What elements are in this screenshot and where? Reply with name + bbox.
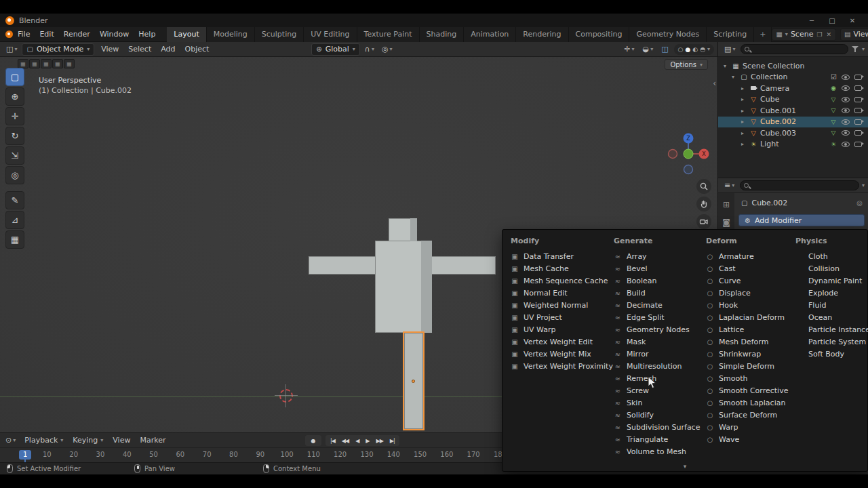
viewport-menu-item[interactable]: View [96, 42, 123, 57]
modifier-menu-item[interactable]: Cast [701, 262, 790, 274]
expander-icon[interactable]: ▸ [741, 119, 749, 125]
modifier-menu-item[interactable]: Displace [701, 287, 790, 299]
modifier-menu-item[interactable]: Mesh Sequence Cache [505, 274, 608, 287]
modifier-menu-item[interactable]: Fluid [790, 299, 868, 311]
hide-in-viewport-toggle[interactable] [842, 75, 850, 80]
modifier-menu-item[interactable]: Mirror [608, 348, 701, 360]
modifier-menu-item[interactable]: Triangulate [608, 433, 701, 445]
add-workspace-button[interactable]: + [754, 27, 772, 42]
hide-in-viewport-toggle[interactable] [842, 130, 850, 136]
pan-hand-button[interactable] [696, 197, 711, 211]
xray-toggle[interactable]: ◫ [658, 43, 671, 56]
unlink-scene-button[interactable]: ✕ [826, 31, 833, 38]
expander-icon[interactable]: ▾ [724, 63, 731, 69]
mode-dropdown[interactable]: ▢ Object Mode ▾ [22, 43, 94, 56]
outliner-row[interactable]: ▸ Cube ▽ ☑ [718, 94, 868, 106]
modifier-menu-item[interactable]: Armature [701, 250, 790, 262]
modifier-menu-item[interactable]: Dynamic Paint [790, 274, 868, 287]
outliner-row[interactable]: ▸ Cube.001 ▽ ☑ [718, 105, 868, 117]
workspace-tab[interactable]: Compositing [569, 27, 630, 42]
viewport-preset-button[interactable] [18, 59, 28, 68]
overlays-toggle[interactable]: ◒▾ [640, 43, 656, 56]
modifier-menu-item[interactable]: Data Transfer [505, 250, 608, 262]
workspace-tab[interactable]: Animation [464, 27, 516, 42]
scene-object-head[interactable] [389, 218, 411, 241]
viewport-preset-button[interactable] [29, 59, 40, 68]
modifier-menu-item[interactable]: Smooth Corrective [701, 384, 790, 396]
modifier-menu-item[interactable]: Smooth Laplacian [701, 396, 790, 409]
modifier-menu-item[interactable]: UV Warp [505, 323, 608, 336]
modifier-menu-item[interactable]: Normal Edit [505, 287, 608, 299]
shading-solid-button[interactable]: ● [685, 46, 690, 53]
expander-icon[interactable]: ▸ [741, 85, 749, 92]
timeline-menu-item[interactable]: View ▾ [108, 433, 135, 448]
menubar-item[interactable]: Help [134, 27, 160, 42]
toolbar-tool-button[interactable]: ↻ [5, 127, 24, 145]
properties-tab[interactable]: ⊞ [718, 196, 734, 214]
outliner-row[interactable]: ▸ Camera ◉ ☑ [718, 83, 868, 94]
workspace-tab[interactable]: UV Editing [304, 27, 357, 42]
collection-checkbox[interactable]: ☑ [831, 73, 837, 81]
shading-material-button[interactable]: ◐ [692, 46, 698, 53]
axis-y[interactable] [684, 149, 693, 159]
hide-in-viewport-toggle[interactable] [842, 85, 850, 91]
workspace-tab[interactable]: Geometry Nodes [629, 27, 707, 42]
menubar-item[interactable]: File [13, 27, 35, 42]
camera-view-button[interactable] [696, 214, 711, 229]
disable-in-render-toggle[interactable] [854, 142, 862, 147]
outliner-row[interactable]: ▸ Cube.002 ▽ ☑ [718, 117, 868, 128]
modifier-menu-item[interactable]: Smooth [701, 372, 790, 384]
modifier-menu-item[interactable]: Subdivision Surface [608, 421, 701, 433]
playback-button[interactable]: |◀ [327, 438, 338, 444]
menu-scroll-down-icon[interactable]: ▾ [502, 463, 867, 471]
modifier-menu-item[interactable]: Boolean [608, 274, 701, 287]
timeline-editor-type-button[interactable]: ⊙▾ [3, 434, 18, 447]
disable-in-render-toggle[interactable] [854, 108, 862, 113]
workspace-tab[interactable]: Layout [167, 27, 206, 42]
new-scene-button[interactable]: ❐ [816, 31, 823, 38]
modifier-menu-item[interactable]: Solidify [608, 409, 701, 421]
toolbar-tool-button[interactable]: ⇲ [5, 146, 24, 165]
modifier-menu-item[interactable]: Vertex Weight Mix [505, 348, 608, 360]
modifier-menu-item[interactable]: Surface Deform [701, 409, 790, 421]
outliner-row[interactable]: ▸ Light ☀ ☑ [718, 139, 868, 150]
modifier-menu-item[interactable]: Shrinkwrap [701, 348, 790, 360]
disable-in-render-toggle[interactable] [854, 119, 862, 125]
viewport-menu-item[interactable]: Add [156, 42, 180, 57]
disable-in-render-toggle[interactable] [854, 97, 862, 102]
modifier-menu-item[interactable]: Multiresolution [608, 360, 701, 372]
modifier-menu-item[interactable]: Particle System [790, 336, 868, 348]
modifier-menu-item[interactable]: Skin [608, 396, 701, 409]
workspace-tab[interactable]: Sculpting [255, 27, 304, 42]
modifier-menu-item[interactable]: Simple Deform [701, 360, 790, 372]
properties-search-input[interactable] [740, 180, 859, 190]
axis-minus-x[interactable] [669, 150, 677, 159]
axis-minus-z[interactable] [684, 165, 693, 174]
modifier-menu-item[interactable]: Cloth [790, 250, 868, 262]
modifier-menu-item[interactable]: Build [608, 287, 701, 299]
modifier-menu-item[interactable]: Explode [790, 287, 868, 299]
modifier-menu-item[interactable]: Wave [701, 433, 790, 445]
modifier-menu-item[interactable]: Array [608, 250, 701, 262]
zoom-button[interactable] [696, 179, 711, 194]
properties-editor-type-button[interactable]: ≡▾ [722, 180, 737, 192]
auto-keying-toggle[interactable]: ● [305, 435, 321, 446]
hide-in-viewport-toggle[interactable] [842, 119, 850, 125]
workspace-tab[interactable]: Rendering [516, 27, 568, 42]
gizmos-toggle[interactable]: ✛▾ [621, 43, 637, 56]
shading-wireframe-button[interactable]: ○ [678, 46, 684, 53]
hide-in-viewport-toggle[interactable] [842, 108, 850, 113]
menubar-item[interactable]: Render [59, 27, 95, 42]
viewport-menu-item[interactable]: Select [123, 42, 156, 57]
proportional-edit-toggle[interactable]: ◎▾ [379, 43, 395, 56]
outliner-row[interactable]: ▾ Scene Collection ☑ [718, 60, 868, 72]
filter-icon[interactable] [851, 45, 859, 53]
timeline-menu-item[interactable]: Marker ▾ [135, 433, 170, 448]
orientation-dropdown[interactable]: ⊕ Global ▾ [311, 43, 360, 56]
sidebar-toggle-arrow[interactable]: ‹ [713, 79, 716, 88]
workspace-tab[interactable]: Texture Paint [357, 27, 420, 42]
view-layer-selector[interactable]: ▤ ViewLayer ❐ ✕ [840, 28, 868, 41]
toolbar-tool-button[interactable]: ✎ [5, 191, 24, 209]
editor-type-button[interactable]: ◫▾ [3, 43, 20, 56]
playback-button[interactable]: ▶ [362, 438, 372, 444]
